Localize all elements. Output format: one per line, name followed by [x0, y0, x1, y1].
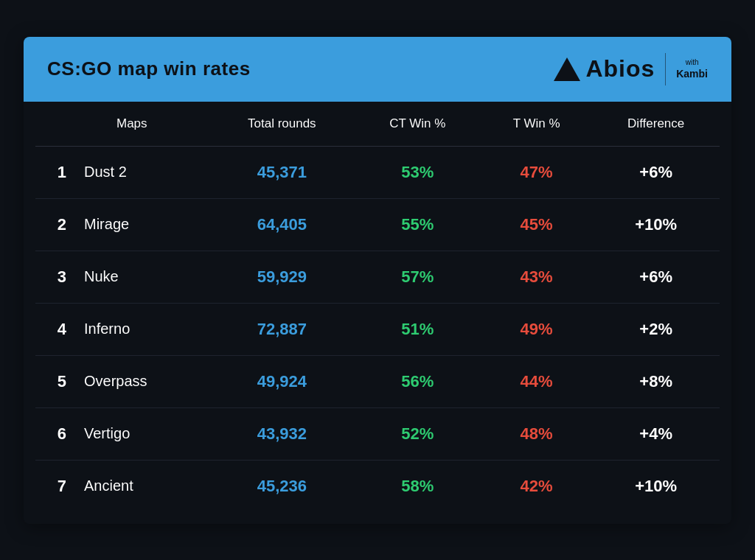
map-name-cell: Dust 2	[72, 146, 209, 198]
ct-win-cell: 52%	[355, 407, 481, 460]
t-win-cell: 49%	[481, 303, 593, 355]
rounds-cell: 59,929	[209, 251, 355, 303]
t-win-cell: 48%	[481, 407, 593, 460]
diff-cell: +2%	[592, 303, 720, 355]
col-total-rounds-header: Total rounds	[209, 102, 355, 147]
rank-cell: 7	[35, 460, 72, 512]
table-row: 3 Nuke 59,929 57% 43% +6%	[35, 251, 720, 303]
diff-cell: +8%	[592, 355, 720, 407]
diff-cell: +10%	[592, 460, 720, 512]
abios-logo: Abios	[554, 55, 655, 83]
diff-cell: +10%	[592, 198, 720, 251]
rank-cell: 2	[35, 198, 72, 251]
header: CS:GO map win rates Abios with Kambi	[24, 37, 731, 102]
rounds-cell: 72,887	[209, 303, 355, 355]
rounds-cell: 45,371	[209, 146, 355, 198]
diff-cell: +6%	[592, 146, 720, 198]
t-win-cell: 44%	[481, 355, 593, 407]
ct-win-cell: 55%	[355, 198, 481, 251]
col-maps-header: Maps	[72, 102, 209, 147]
t-win-cell: 47%	[481, 146, 593, 198]
rounds-cell: 49,924	[209, 355, 355, 407]
map-name-cell: Vertigo	[72, 407, 209, 460]
abios-brand-name: Abios	[586, 55, 655, 83]
table-container: Maps Total rounds CT Win % T Win % Diffe…	[24, 102, 731, 524]
kambi-with-label: with	[686, 57, 699, 67]
col-ct-win-header: CT Win %	[355, 102, 481, 147]
map-name-cell: Mirage	[72, 198, 209, 251]
table-row: 5 Overpass 49,924 56% 44% +8%	[35, 355, 720, 407]
table-row: 1 Dust 2 45,371 53% 47% +6%	[35, 146, 720, 198]
ct-win-cell: 51%	[355, 303, 481, 355]
t-win-cell: 42%	[481, 460, 593, 512]
rounds-cell: 45,236	[209, 460, 355, 512]
data-table: Maps Total rounds CT Win % T Win % Diffe…	[35, 102, 720, 512]
kambi-brand-name: Kambi	[676, 67, 708, 80]
rank-cell: 3	[35, 251, 72, 303]
col-difference-header: Difference	[592, 102, 720, 147]
diff-cell: +4%	[592, 407, 720, 460]
table-row: 6 Vertigo 43,932 52% 48% +4%	[35, 407, 720, 460]
page-title: CS:GO map win rates	[47, 57, 251, 80]
abios-triangle-icon	[554, 57, 580, 81]
rank-cell: 6	[35, 407, 72, 460]
kambi-logo: with Kambi	[676, 57, 708, 80]
map-name-cell: Overpass	[72, 355, 209, 407]
t-win-cell: 43%	[481, 251, 593, 303]
main-card: CS:GO map win rates Abios with Kambi Map…	[24, 37, 731, 524]
table-row: 7 Ancient 45,236 58% 42% +10%	[35, 460, 720, 512]
col-t-win-header: T Win %	[481, 102, 593, 147]
table-header-row: Maps Total rounds CT Win % T Win % Diffe…	[35, 102, 720, 147]
logo-area: Abios with Kambi	[554, 53, 709, 85]
t-win-cell: 45%	[481, 198, 593, 251]
map-name-cell: Inferno	[72, 303, 209, 355]
ct-win-cell: 57%	[355, 251, 481, 303]
col-rank-header	[35, 102, 72, 147]
ct-win-cell: 53%	[355, 146, 481, 198]
diff-cell: +6%	[592, 251, 720, 303]
ct-win-cell: 58%	[355, 460, 481, 512]
rank-cell: 4	[35, 303, 72, 355]
table-row: 4 Inferno 72,887 51% 49% +2%	[35, 303, 720, 355]
rank-cell: 1	[35, 146, 72, 198]
map-name-cell: Nuke	[72, 251, 209, 303]
table-row: 2 Mirage 64,405 55% 45% +10%	[35, 198, 720, 251]
ct-win-cell: 56%	[355, 355, 481, 407]
logo-divider	[665, 53, 666, 85]
map-name-cell: Ancient	[72, 460, 209, 512]
rounds-cell: 64,405	[209, 198, 355, 251]
rounds-cell: 43,932	[209, 407, 355, 460]
rank-cell: 5	[35, 355, 72, 407]
